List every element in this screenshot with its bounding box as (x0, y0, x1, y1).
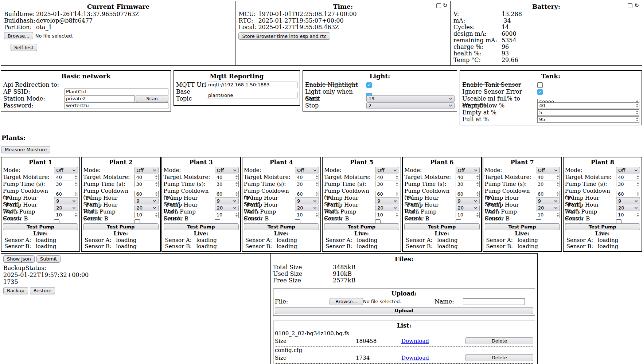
number-spinner[interactable] (636, 117, 638, 121)
plant-4-test-pump-button[interactable]: Test Pump (244, 223, 319, 230)
number-spinner[interactable] (557, 182, 559, 186)
number-spinner[interactable] (476, 213, 479, 217)
plant-5-pump-hour-end-select[interactable]: 20 (375, 205, 399, 211)
number-spinner[interactable] (476, 175, 479, 179)
enable-nightlight-checkbox[interactable] (366, 82, 372, 88)
plant-6-mode-select[interactable]: Off (456, 167, 480, 173)
number-spinner[interactable] (316, 192, 318, 196)
download-link[interactable]: Download (401, 338, 465, 344)
delete-button[interactable]: Delete (465, 354, 533, 361)
plant-2-pump-time-input[interactable]: 30 (135, 181, 159, 187)
number-spinner[interactable] (155, 182, 157, 186)
plant-3-pump-hour-end-select[interactable]: 20 (215, 205, 239, 211)
download-link[interactable]: Download (401, 355, 465, 361)
plant-7-test-pump-button[interactable]: Test Pump (485, 223, 560, 230)
firmware-browse-button[interactable]: Browse... (4, 32, 33, 39)
show-json-button[interactable]: Show Json (3, 255, 35, 263)
plant-4-pump-time-input[interactable]: 30 (295, 181, 319, 187)
plant-5-pump-cooldown-input[interactable]: 60 (375, 191, 399, 197)
tank-empty-at-input[interactable]: 5 (537, 109, 639, 116)
number-spinner[interactable] (637, 182, 639, 186)
plant-6-pump-hour-start-select[interactable]: 9 (456, 198, 480, 204)
plant-7-pump-hour-end-select[interactable]: 20 (536, 205, 560, 211)
base-topic-input[interactable] (207, 92, 297, 98)
plant-4-target-moisture-input[interactable]: 40 (295, 174, 319, 180)
plant-1-target-moisture-input[interactable]: 40 (54, 174, 78, 180)
plant-8-pump-cooldown-input[interactable]: 60 (616, 191, 640, 197)
plant-8-pump-time-input[interactable]: 30 (616, 181, 640, 187)
scan-button[interactable]: Scan (136, 95, 168, 102)
plant-6-pump-hour-end-select[interactable]: 20 (456, 205, 480, 211)
time-refresh-icon[interactable]: ↻ (443, 3, 448, 8)
number-spinner[interactable] (637, 213, 639, 217)
number-spinner[interactable] (155, 192, 157, 196)
plant-6-target-moisture-input[interactable]: 40 (456, 174, 480, 180)
number-spinner[interactable] (636, 110, 638, 114)
number-spinner[interactable] (396, 192, 398, 196)
plant-4-pump-hour-start-select[interactable]: 9 (295, 198, 319, 204)
tank-full-at-input[interactable]: 95 (537, 116, 639, 123)
number-spinner[interactable] (636, 103, 638, 107)
upload-name-input[interactable] (463, 298, 525, 305)
plant-7-pump-time-input[interactable]: 30 (536, 181, 560, 187)
plant-1-pump-time-input[interactable]: 30 (54, 181, 78, 187)
light-stop-select[interactable]: 2 (366, 102, 455, 109)
plant-8-test-pump-button[interactable]: Test Pump (565, 223, 640, 230)
plant-7-pump-hour-start-select[interactable]: 9 (536, 198, 560, 204)
restore-button[interactable]: Restore (30, 287, 55, 294)
number-spinner[interactable] (75, 213, 77, 217)
password-input[interactable] (65, 102, 168, 109)
plant-8-mode-select[interactable]: Off (616, 167, 640, 173)
plant-3-test-pump-button[interactable]: Test Pump (164, 223, 239, 230)
ignore-sensor-error-checkbox[interactable] (537, 89, 543, 95)
plant-3-warn-pump-count-input[interactable]: 10 (215, 212, 239, 218)
plant-3-pump-hour-start-select[interactable]: 9 (215, 198, 239, 204)
plant-1-pump-hour-end-select[interactable]: 20 (54, 205, 78, 211)
station-mode-input[interactable] (65, 95, 135, 102)
plant-2-target-moisture-input[interactable]: 40 (135, 174, 159, 180)
light-start-select[interactable]: 19 (366, 95, 455, 102)
plant-8-pump-hour-end-select[interactable]: 20 (616, 205, 640, 211)
plant-3-pump-cooldown-input[interactable]: 60 (215, 191, 239, 197)
plant-7-pump-cooldown-input[interactable]: 60 (536, 191, 560, 197)
plant-3-mode-select[interactable]: Off (215, 167, 239, 173)
number-spinner[interactable] (155, 175, 157, 179)
plant-2-pump-hour-end-select[interactable]: 20 (135, 205, 159, 211)
plant-6-warn-pump-count-input[interactable]: 10 (456, 212, 480, 218)
number-spinner[interactable] (235, 192, 238, 196)
plant-1-mode-select[interactable]: Off (54, 167, 78, 173)
plant-8-target-moisture-input[interactable]: 40 (616, 174, 640, 180)
plant-5-target-moisture-input[interactable]: 40 (375, 174, 399, 180)
plant-2-test-pump-button[interactable]: Test Pump (83, 223, 158, 230)
plant-3-pump-time-input[interactable]: 30 (215, 181, 239, 187)
number-spinner[interactable] (235, 175, 238, 179)
submit-button[interactable]: Submit (36, 255, 61, 263)
plant-8-pump-hour-start-select[interactable]: 9 (616, 198, 640, 204)
number-spinner[interactable] (235, 213, 238, 217)
plant-4-pump-cooldown-input[interactable]: 60 (295, 191, 319, 197)
plant-6-pump-time-input[interactable]: 30 (456, 181, 480, 187)
ap-ssid-input[interactable] (65, 89, 168, 95)
plant-2-warn-pump-count-input[interactable]: 10 (135, 212, 159, 218)
number-spinner[interactable] (637, 192, 639, 196)
plant-5-pump-time-input[interactable]: 30 (375, 181, 399, 187)
plant-5-pump-hour-start-select[interactable]: 9 (375, 198, 399, 204)
enable-tank-sensor-checkbox[interactable] (537, 82, 543, 88)
plant-8-warn-pump-count-input[interactable]: 10 (616, 212, 640, 218)
plant-2-mode-select[interactable]: Off (135, 167, 159, 173)
tank-warn-below-input[interactable]: 40 (537, 102, 639, 109)
plant-4-warn-pump-count-input[interactable]: 10 (295, 212, 319, 218)
battery-refresh-icon[interactable]: ↻ (634, 3, 639, 8)
plant-1-test-pump-button[interactable]: Test Pump (3, 223, 78, 230)
number-spinner[interactable] (155, 213, 157, 217)
plant-5-mode-select[interactable]: Off (375, 167, 399, 173)
backup-button[interactable]: Backup (3, 287, 28, 294)
number-spinner[interactable] (557, 213, 559, 217)
store-browser-time-button[interactable]: Store Browser time into esp and rtc (238, 32, 330, 40)
plant-6-test-pump-button[interactable]: Test Pump (404, 223, 479, 230)
plant-2-pump-cooldown-input[interactable]: 60 (135, 191, 159, 197)
number-spinner[interactable] (75, 175, 77, 179)
plant-4-pump-hour-end-select[interactable]: 20 (295, 205, 319, 211)
number-spinner[interactable] (476, 192, 479, 196)
upload-browse-button[interactable]: Browse... (330, 298, 363, 305)
